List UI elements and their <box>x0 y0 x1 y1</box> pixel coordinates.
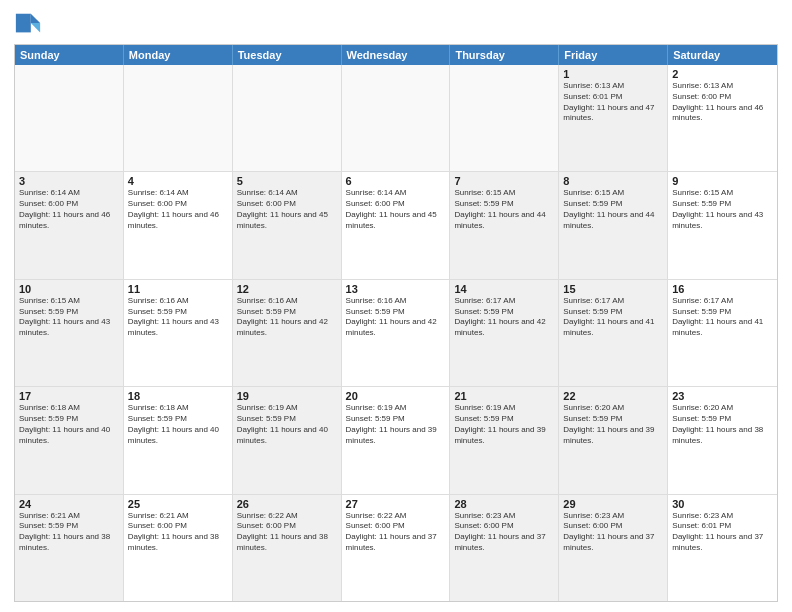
day-number: 21 <box>454 390 554 402</box>
table-row: 17Sunrise: 6:18 AM Sunset: 5:59 PM Dayli… <box>15 387 777 494</box>
list-item: 17Sunrise: 6:18 AM Sunset: 5:59 PM Dayli… <box>15 387 124 493</box>
day-number: 5 <box>237 175 337 187</box>
list-item <box>124 65 233 171</box>
day-number: 30 <box>672 498 773 510</box>
day-number: 12 <box>237 283 337 295</box>
list-item: 28Sunrise: 6:23 AM Sunset: 6:00 PM Dayli… <box>450 495 559 601</box>
list-item: 4Sunrise: 6:14 AM Sunset: 6:00 PM Daylig… <box>124 172 233 278</box>
cell-info: Sunrise: 6:21 AM Sunset: 6:00 PM Dayligh… <box>128 511 228 554</box>
day-number: 25 <box>128 498 228 510</box>
svg-marker-1 <box>31 23 40 32</box>
cell-info: Sunrise: 6:18 AM Sunset: 5:59 PM Dayligh… <box>19 403 119 446</box>
day-number: 15 <box>563 283 663 295</box>
list-item: 30Sunrise: 6:23 AM Sunset: 6:01 PM Dayli… <box>668 495 777 601</box>
list-item: 1Sunrise: 6:13 AM Sunset: 6:01 PM Daylig… <box>559 65 668 171</box>
header <box>14 10 778 38</box>
cell-info: Sunrise: 6:23 AM Sunset: 6:00 PM Dayligh… <box>454 511 554 554</box>
table-row: 24Sunrise: 6:21 AM Sunset: 5:59 PM Dayli… <box>15 495 777 601</box>
day-number: 27 <box>346 498 446 510</box>
list-item: 3Sunrise: 6:14 AM Sunset: 6:00 PM Daylig… <box>15 172 124 278</box>
day-number: 26 <box>237 498 337 510</box>
cell-info: Sunrise: 6:16 AM Sunset: 5:59 PM Dayligh… <box>346 296 446 339</box>
day-number: 13 <box>346 283 446 295</box>
list-item: 25Sunrise: 6:21 AM Sunset: 6:00 PM Dayli… <box>124 495 233 601</box>
list-item <box>450 65 559 171</box>
table-row: 1Sunrise: 6:13 AM Sunset: 6:01 PM Daylig… <box>15 65 777 172</box>
cell-info: Sunrise: 6:14 AM Sunset: 6:00 PM Dayligh… <box>128 188 228 231</box>
day-number: 20 <box>346 390 446 402</box>
list-item <box>233 65 342 171</box>
page: SundayMondayTuesdayWednesdayThursdayFrid… <box>0 0 792 612</box>
logo <box>14 10 46 38</box>
calendar-header: SundayMondayTuesdayWednesdayThursdayFrid… <box>15 45 777 65</box>
list-item: 6Sunrise: 6:14 AM Sunset: 6:00 PM Daylig… <box>342 172 451 278</box>
table-row: 10Sunrise: 6:15 AM Sunset: 5:59 PM Dayli… <box>15 280 777 387</box>
list-item: 8Sunrise: 6:15 AM Sunset: 5:59 PM Daylig… <box>559 172 668 278</box>
table-row: 3Sunrise: 6:14 AM Sunset: 6:00 PM Daylig… <box>15 172 777 279</box>
cal-header-cell: Monday <box>124 45 233 65</box>
day-number: 8 <box>563 175 663 187</box>
cell-info: Sunrise: 6:17 AM Sunset: 5:59 PM Dayligh… <box>672 296 773 339</box>
list-item: 9Sunrise: 6:15 AM Sunset: 5:59 PM Daylig… <box>668 172 777 278</box>
day-number: 7 <box>454 175 554 187</box>
list-item: 13Sunrise: 6:16 AM Sunset: 5:59 PM Dayli… <box>342 280 451 386</box>
cal-header-cell: Wednesday <box>342 45 451 65</box>
cell-info: Sunrise: 6:21 AM Sunset: 5:59 PM Dayligh… <box>19 511 119 554</box>
day-number: 3 <box>19 175 119 187</box>
cell-info: Sunrise: 6:22 AM Sunset: 6:00 PM Dayligh… <box>237 511 337 554</box>
cell-info: Sunrise: 6:14 AM Sunset: 6:00 PM Dayligh… <box>346 188 446 231</box>
logo-icon <box>14 10 42 38</box>
cell-info: Sunrise: 6:15 AM Sunset: 5:59 PM Dayligh… <box>19 296 119 339</box>
cal-header-cell: Thursday <box>450 45 559 65</box>
list-item: 19Sunrise: 6:19 AM Sunset: 5:59 PM Dayli… <box>233 387 342 493</box>
cell-info: Sunrise: 6:16 AM Sunset: 5:59 PM Dayligh… <box>128 296 228 339</box>
day-number: 16 <box>672 283 773 295</box>
list-item: 7Sunrise: 6:15 AM Sunset: 5:59 PM Daylig… <box>450 172 559 278</box>
list-item: 5Sunrise: 6:14 AM Sunset: 6:00 PM Daylig… <box>233 172 342 278</box>
day-number: 2 <box>672 68 773 80</box>
day-number: 14 <box>454 283 554 295</box>
list-item: 27Sunrise: 6:22 AM Sunset: 6:00 PM Dayli… <box>342 495 451 601</box>
day-number: 4 <box>128 175 228 187</box>
list-item: 20Sunrise: 6:19 AM Sunset: 5:59 PM Dayli… <box>342 387 451 493</box>
cell-info: Sunrise: 6:14 AM Sunset: 6:00 PM Dayligh… <box>19 188 119 231</box>
day-number: 19 <box>237 390 337 402</box>
cell-info: Sunrise: 6:15 AM Sunset: 5:59 PM Dayligh… <box>454 188 554 231</box>
cell-info: Sunrise: 6:23 AM Sunset: 6:01 PM Dayligh… <box>672 511 773 554</box>
cell-info: Sunrise: 6:18 AM Sunset: 5:59 PM Dayligh… <box>128 403 228 446</box>
day-number: 11 <box>128 283 228 295</box>
day-number: 28 <box>454 498 554 510</box>
svg-rect-2 <box>16 14 31 33</box>
list-item: 29Sunrise: 6:23 AM Sunset: 6:00 PM Dayli… <box>559 495 668 601</box>
day-number: 22 <box>563 390 663 402</box>
list-item: 15Sunrise: 6:17 AM Sunset: 5:59 PM Dayli… <box>559 280 668 386</box>
day-number: 18 <box>128 390 228 402</box>
cell-info: Sunrise: 6:17 AM Sunset: 5:59 PM Dayligh… <box>563 296 663 339</box>
calendar-body: 1Sunrise: 6:13 AM Sunset: 6:01 PM Daylig… <box>15 65 777 601</box>
cell-info: Sunrise: 6:20 AM Sunset: 5:59 PM Dayligh… <box>672 403 773 446</box>
list-item: 23Sunrise: 6:20 AM Sunset: 5:59 PM Dayli… <box>668 387 777 493</box>
day-number: 9 <box>672 175 773 187</box>
list-item: 11Sunrise: 6:16 AM Sunset: 5:59 PM Dayli… <box>124 280 233 386</box>
day-number: 29 <box>563 498 663 510</box>
day-number: 17 <box>19 390 119 402</box>
svg-marker-0 <box>31 14 40 23</box>
list-item: 26Sunrise: 6:22 AM Sunset: 6:00 PM Dayli… <box>233 495 342 601</box>
list-item: 24Sunrise: 6:21 AM Sunset: 5:59 PM Dayli… <box>15 495 124 601</box>
cell-info: Sunrise: 6:19 AM Sunset: 5:59 PM Dayligh… <box>237 403 337 446</box>
day-number: 10 <box>19 283 119 295</box>
calendar: SundayMondayTuesdayWednesdayThursdayFrid… <box>14 44 778 602</box>
list-item <box>15 65 124 171</box>
list-item <box>342 65 451 171</box>
list-item: 10Sunrise: 6:15 AM Sunset: 5:59 PM Dayli… <box>15 280 124 386</box>
cell-info: Sunrise: 6:16 AM Sunset: 5:59 PM Dayligh… <box>237 296 337 339</box>
cell-info: Sunrise: 6:19 AM Sunset: 5:59 PM Dayligh… <box>346 403 446 446</box>
cell-info: Sunrise: 6:15 AM Sunset: 5:59 PM Dayligh… <box>672 188 773 231</box>
cell-info: Sunrise: 6:22 AM Sunset: 6:00 PM Dayligh… <box>346 511 446 554</box>
cell-info: Sunrise: 6:20 AM Sunset: 5:59 PM Dayligh… <box>563 403 663 446</box>
cell-info: Sunrise: 6:17 AM Sunset: 5:59 PM Dayligh… <box>454 296 554 339</box>
cal-header-cell: Friday <box>559 45 668 65</box>
cell-info: Sunrise: 6:23 AM Sunset: 6:00 PM Dayligh… <box>563 511 663 554</box>
list-item: 12Sunrise: 6:16 AM Sunset: 5:59 PM Dayli… <box>233 280 342 386</box>
cal-header-cell: Saturday <box>668 45 777 65</box>
